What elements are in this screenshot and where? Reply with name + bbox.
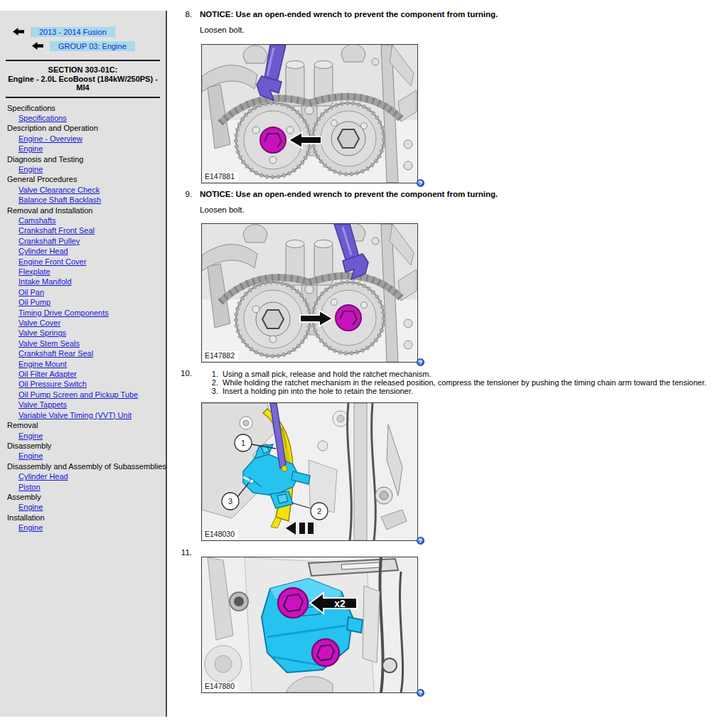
nav-link-flexplate[interactable]: Flexplate — [18, 267, 50, 277]
nav-link-engine[interactable]: Engine — [18, 431, 43, 441]
figure-id-label: E147881 — [203, 172, 238, 181]
nav-link-engine[interactable]: Engine — [18, 144, 43, 154]
figure-id-label: E147880 — [203, 682, 238, 691]
nav-link-valve-cover[interactable]: Valve Cover — [18, 318, 60, 328]
substep-item: Using a small pick, release and hold the… — [220, 370, 725, 378]
figure-e148030: 1 3 2 — [201, 402, 418, 541]
step-8: 8. NOTICE: Use an open-ended wrench to p… — [178, 9, 725, 183]
nav-link-camshafts[interactable]: Camshafts — [18, 215, 56, 225]
figure-frame: E147881 ? — [201, 44, 418, 183]
svg-text:2: 2 — [317, 507, 321, 515]
step-number: 8. — [178, 9, 192, 183]
substep-list: Using a small pick, release and hold the… — [200, 370, 725, 395]
breadcrumb-group-link[interactable]: GROUP 03: Engine — [50, 41, 135, 51]
step-10: 10. Using a small pick, release and hold… — [178, 368, 725, 541]
nav-link-valve-stem-seals[interactable]: Valve Stem Seals — [18, 338, 80, 348]
engine-illustration — [202, 45, 417, 183]
sidebar: 2013 - 2014 Fusion GROUP 03: Engine SECT… — [0, 11, 167, 717]
figure-e147882: E147882 ? — [201, 223, 418, 363]
substep-item: Insert a holding pin into the hole to re… — [220, 387, 725, 395]
step-number: 11. — [178, 547, 192, 693]
step-instruction: Loosen bolt. — [200, 25, 725, 35]
engine-illustration — [202, 224, 417, 362]
nav-category-diagnosis-and-testing: Diagnosis and Testing — [7, 154, 166, 164]
tensioner-bolt-top — [278, 588, 308, 618]
nav-category-removal-and-installation: Removal and Installation — [7, 205, 166, 215]
figure-id-label: E148030 — [203, 530, 238, 539]
nav-link-crankshaft-pulley[interactable]: Crankshaft Pulley — [18, 236, 80, 246]
section-title-line2: Engine - 2.0L EcoBoost (184kW/250PS) - M… — [3, 75, 163, 92]
nav-link-oil-pump[interactable]: Oil Pump — [18, 297, 50, 307]
nav-category-removal: Removal — [7, 420, 166, 430]
nav-category-description-and-operation: Description and Operation — [7, 123, 166, 133]
back-arrow-icon[interactable] — [32, 42, 43, 50]
nav-link-timing-drive-components[interactable]: Timing Drive Components — [18, 308, 109, 318]
nav-link-engine[interactable]: Engine — [18, 502, 43, 512]
svg-text:1: 1 — [241, 439, 245, 447]
nav-link-engine[interactable]: Engine — [18, 523, 43, 532]
nav-link-crankshaft-rear-seal[interactable]: Crankshaft Rear Seal — [18, 348, 93, 358]
tensioner-illustration: 1 3 2 — [202, 403, 417, 540]
figure-frame: 1 3 2 — [201, 402, 418, 541]
notice-text: NOTICE: Use an open-ended wrench to prev… — [200, 9, 725, 19]
procedure-content: 8. NOTICE: Use an open-ended wrench to p… — [178, 0, 725, 693]
help-icon[interactable]: ? — [417, 358, 424, 366]
figure-frame: x2 E147880 ? — [201, 557, 418, 693]
nav-category-general-procedures: General Procedures — [7, 174, 166, 184]
step-number: 9. — [178, 189, 192, 363]
back-arrow-icon[interactable] — [13, 28, 24, 36]
nav-link-cylinder-head[interactable]: Cylinder Head — [18, 246, 68, 256]
nav-category-installation: Installation — [7, 513, 166, 523]
figure-frame: E147882 ? — [201, 223, 418, 363]
sidebar-nav: SpecificationsSpecificationsDescription … — [0, 103, 166, 533]
divider — [6, 97, 160, 98]
nav-link-engine[interactable]: Engine — [18, 451, 43, 461]
nav-link-piston[interactable]: Piston — [18, 482, 41, 492]
nav-category-specifications: Specifications — [7, 103, 166, 113]
svg-text:x2: x2 — [334, 598, 346, 609]
nav-link-engine[interactable]: Engine — [18, 164, 43, 174]
breadcrumb: 2013 - 2014 Fusion — [0, 26, 166, 37]
nav-link-intake-manifold[interactable]: Intake Manifold — [18, 277, 72, 287]
figure-e147881: E147881 ? — [201, 44, 418, 183]
nav-link-balance-shaft-backlash[interactable]: Balance Shaft Backlash — [18, 195, 101, 205]
nav-link-valve-springs[interactable]: Valve Springs — [18, 328, 66, 338]
breadcrumb: GROUP 03: Engine — [0, 41, 166, 51]
tensioner-bolts-illustration: x2 — [202, 557, 417, 692]
nav-link-specifications[interactable]: Specifications — [18, 113, 67, 123]
help-icon[interactable]: ? — [417, 689, 424, 697]
help-icon[interactable]: ? — [417, 537, 424, 545]
nav-category-disassembly: Disassembly — [7, 441, 166, 451]
step-9: 9. NOTICE: Use an open-ended wrench to p… — [178, 189, 725, 363]
nav-link-engine-front-cover[interactable]: Engine Front Cover — [18, 257, 86, 267]
step-instruction: Loosen bolt. — [200, 205, 725, 215]
nav-link-valve-tappets[interactable]: Valve Tappets — [18, 400, 67, 410]
section-title: SECTION 303-01C: Engine - 2.0L EcoBoost … — [0, 65, 166, 92]
nav-link-crankshaft-front-seal[interactable]: Crankshaft Front Seal — [18, 225, 95, 235]
section-title-line1: SECTION 303-01C: — [3, 65, 163, 75]
step-number: 10. — [178, 368, 192, 541]
nav-link-engine-mount[interactable]: Engine Mount — [18, 359, 67, 369]
breadcrumb-vehicle-link[interactable]: 2013 - 2014 Fusion — [31, 27, 115, 37]
svg-text:3: 3 — [228, 497, 232, 505]
nav-link-oil-pan[interactable]: Oil Pan — [18, 287, 44, 297]
divider — [6, 60, 160, 61]
nav-category-disassembly-and-assembly-of-subassemblies: Disassembly and Assembly of Subassemblie… — [7, 461, 166, 471]
tensioner-bolt-bottom — [312, 639, 339, 666]
nav-link-oil-pump-screen-and-pickup-tube[interactable]: Oil Pump Screen and Pickup Tube — [18, 390, 138, 400]
substep-item: While holding the ratchet mechanism in t… — [220, 378, 725, 387]
help-icon[interactable]: ? — [417, 179, 424, 187]
step-11: 11. — [178, 547, 725, 693]
figure-e147880: x2 E147880 ? — [201, 557, 418, 693]
nav-link-variable-valve-timing-vvt-unit[interactable]: Variable Valve Timing (VVT) Unit — [18, 410, 132, 420]
nav-link-oil-pressure-switch[interactable]: Oil Pressure Switch — [18, 379, 87, 389]
figure-id-label: E147882 — [203, 351, 238, 360]
nav-link-cylinder-head[interactable]: Cylinder Head — [18, 471, 68, 481]
notice-text: NOTICE: Use an open-ended wrench to prev… — [200, 189, 725, 199]
nav-category-assembly: Assembly — [7, 492, 166, 502]
nav-link-valve-clearance-check[interactable]: Valve Clearance Check — [18, 185, 100, 195]
nav-link-oil-filter-adapter[interactable]: Oil Filter Adapter — [18, 369, 77, 379]
nav-link-engine-overview[interactable]: Engine - Overview — [18, 134, 82, 144]
